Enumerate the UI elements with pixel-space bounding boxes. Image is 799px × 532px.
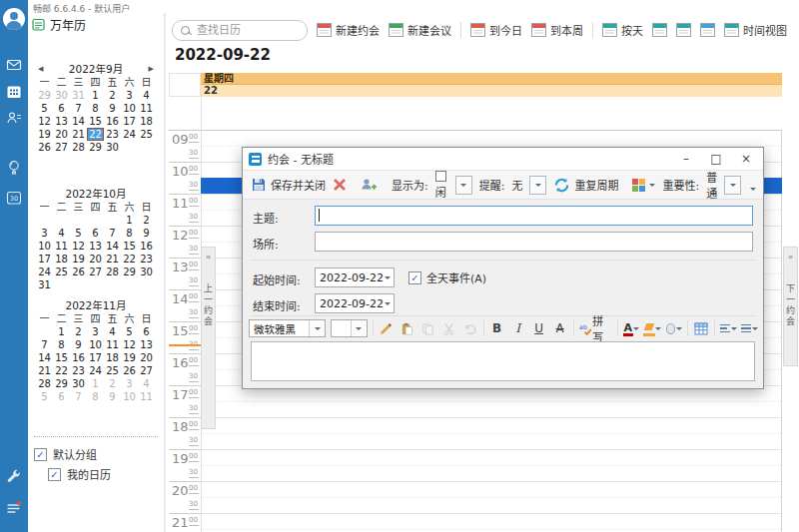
day-cell[interactable]: 22	[121, 253, 138, 266]
day-cell[interactable]: 19	[70, 253, 87, 266]
day-cell[interactable]: 24	[87, 364, 104, 377]
day-view-button[interactable]: 按天	[602, 22, 643, 38]
spellcheck-button[interactable]: ab 拼写	[579, 319, 613, 337]
maximize-button[interactable]: □	[701, 148, 731, 170]
day-cell[interactable]: 13	[138, 338, 155, 351]
day-cell[interactable]: 20	[87, 253, 104, 266]
day-cell[interactable]: 5	[36, 102, 53, 115]
day-cell[interactable]: 7	[70, 390, 87, 403]
strikethrough-button[interactable]: A	[552, 319, 568, 337]
day-cell[interactable]: 11	[138, 102, 155, 115]
day-cell[interactable]: 2	[104, 89, 121, 102]
day-cell[interactable]: 16	[104, 115, 121, 128]
calendar-icon[interactable]	[0, 80, 28, 104]
next-appointment-panel[interactable]: » 下一约会	[783, 247, 798, 366]
day-cell[interactable]: 14	[104, 240, 121, 253]
start-date-combo[interactable]: 2022-09-22	[315, 267, 395, 287]
day-cell[interactable]: 17	[36, 253, 53, 266]
appointment-body-input[interactable]	[251, 341, 755, 381]
day-cell[interactable]: 5	[70, 227, 87, 240]
checkbox[interactable]: ✓	[34, 448, 47, 461]
day-cell[interactable]: 31	[36, 278, 53, 291]
day-cell[interactable]: 15	[87, 115, 104, 128]
day-cell[interactable]: 1	[87, 89, 104, 102]
new-meeting-button[interactable]: 新建会议	[389, 22, 451, 38]
day-cell[interactable]: 28	[70, 141, 87, 154]
dialog-titlebar[interactable]: 约会 - 无标题 – □ ×	[243, 148, 763, 170]
prev-month-icon[interactable]: ◀	[38, 63, 43, 76]
day-cell[interactable]: 1	[121, 214, 138, 227]
insert-table-button[interactable]	[693, 319, 709, 337]
go-week-button[interactable]: 到本周	[531, 22, 583, 38]
day-cell[interactable]: 8	[87, 102, 104, 115]
day-cell[interactable]: 15	[53, 351, 70, 364]
day-cell[interactable]: 9	[70, 338, 87, 351]
day-cell[interactable]: 11	[138, 390, 155, 403]
paste-button[interactable]	[400, 319, 415, 337]
underline-button[interactable]: U	[531, 319, 547, 337]
delete-button[interactable]	[333, 178, 347, 192]
prev-appointment-panel[interactable]: « 上一约会	[201, 247, 216, 429]
day-cell[interactable]: 1	[87, 377, 104, 390]
show-as-value[interactable]: 闲	[435, 171, 448, 200]
day-cell[interactable]: 10	[87, 338, 104, 351]
list-button[interactable]	[741, 319, 757, 337]
font-family-combo[interactable]: 微软雅黑	[249, 319, 326, 337]
categories-button[interactable]	[632, 179, 655, 192]
day-cell[interactable]: 19	[36, 128, 53, 141]
reminder-dropdown[interactable]	[529, 176, 546, 195]
day-cell[interactable]: 1	[53, 325, 70, 338]
all-day-checkbox[interactable]: ✓	[408, 271, 421, 284]
day-cell[interactable]: 9	[138, 227, 155, 240]
day-cell[interactable]: 22	[87, 128, 104, 141]
day-cell[interactable]: 7	[70, 102, 87, 115]
day-cell[interactable]: 12	[70, 240, 87, 253]
day-cell[interactable]: 10	[36, 240, 53, 253]
insert-symbol-button[interactable]	[666, 319, 682, 337]
day-cell[interactable]: 13	[53, 115, 70, 128]
day-cell[interactable]: 22	[53, 364, 70, 377]
close-button[interactable]: ×	[731, 148, 761, 170]
day-cell[interactable]: 4	[53, 227, 70, 240]
day-cell[interactable]: 3	[36, 227, 53, 240]
day-cell[interactable]: 8	[87, 390, 104, 403]
day-cell[interactable]: 25	[138, 128, 155, 141]
day-cell[interactable]: 4	[138, 89, 155, 102]
day-cell[interactable]: 9	[104, 102, 121, 115]
collapse-left-icon[interactable]: «	[206, 252, 212, 262]
day-cell[interactable]: 24	[121, 128, 138, 141]
day-cell[interactable]: 7	[104, 227, 121, 240]
importance-dropdown[interactable]	[724, 176, 741, 195]
work-week-view-button[interactable]	[652, 23, 667, 37]
italic-button[interactable]: I	[510, 319, 526, 337]
day-cell[interactable]: 16	[70, 351, 87, 364]
importance-value[interactable]: 普通	[706, 169, 717, 201]
day-cell[interactable]: 16	[138, 240, 155, 253]
day-cell[interactable]: 18	[104, 351, 121, 364]
day-cell[interactable]: 26	[70, 266, 87, 278]
go-today-button[interactable]: 到今日	[470, 22, 522, 38]
day-cell[interactable]: 14	[36, 351, 53, 364]
font-size-dropdown[interactable]	[351, 320, 367, 336]
day-cell[interactable]: 30	[53, 89, 70, 102]
day-cell[interactable]: 4	[104, 325, 121, 338]
time-slot[interactable]	[202, 450, 781, 466]
day-cell[interactable]: 29	[87, 141, 104, 154]
search-input[interactable]	[195, 23, 279, 38]
day-cell[interactable]: 24	[36, 266, 53, 278]
day-cell[interactable]: 23	[104, 128, 121, 141]
save-and-close-button[interactable]: 保存并关闭	[251, 177, 326, 193]
day-cell[interactable]: 25	[104, 364, 121, 377]
recurrence-button[interactable]: 重复周期	[553, 177, 618, 194]
collapse-right-icon[interactable]: »	[788, 252, 794, 262]
day-cell[interactable]: 29	[121, 266, 138, 278]
next-month-icon[interactable]: ▶	[149, 63, 154, 76]
time-slot[interactable]	[202, 131, 781, 147]
day-cell[interactable]: 27	[138, 364, 155, 377]
day-cell[interactable]: 26	[121, 364, 138, 377]
day-cell[interactable]: 3	[87, 325, 104, 338]
time-slot[interactable]	[202, 402, 781, 418]
assistant-icon[interactable]	[0, 156, 28, 180]
reminder-value[interactable]: 无	[511, 177, 522, 193]
day-cell[interactable]: 6	[138, 325, 155, 338]
